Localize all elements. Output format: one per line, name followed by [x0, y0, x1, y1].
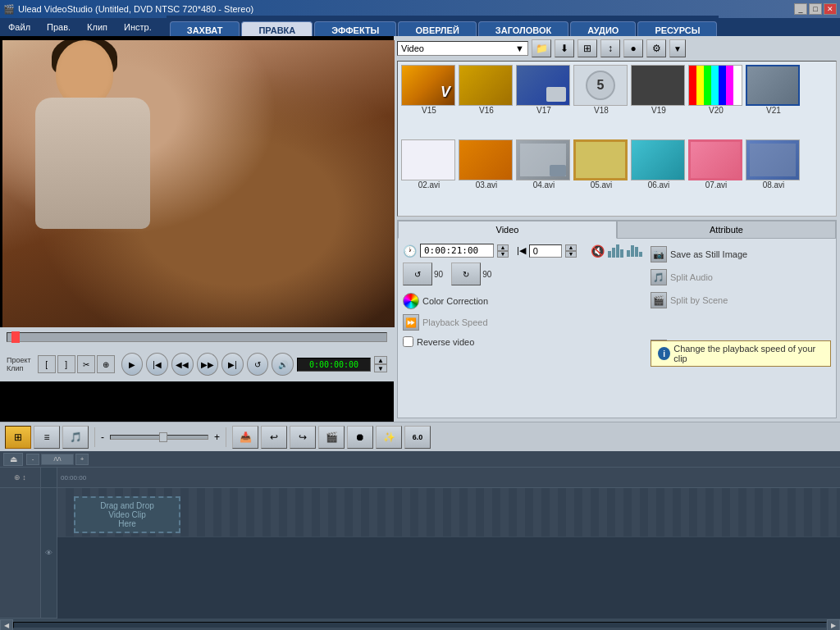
timeline-zoom-out[interactable]: -	[26, 454, 39, 465]
scroll-left-button[interactable]: ◀	[0, 619, 13, 630]
fx-button[interactable]: ✨	[376, 426, 402, 449]
figure-head	[56, 40, 113, 106]
scroll-right-button[interactable]: ▶	[827, 619, 840, 630]
minimize-button[interactable]: _	[794, 3, 807, 15]
thumb-label-06avi: 06.avi	[631, 180, 687, 189]
thumbnails-area: V V15 V16 V17 5 V18	[397, 61, 837, 217]
thumbnail-07avi[interactable]: 07.avi	[688, 139, 744, 212]
app-icon: 🎬	[3, 4, 15, 15]
thumbnail-04avi[interactable]: 04.avi	[516, 139, 572, 212]
thumb-img-07avi	[688, 139, 742, 180]
thumbnail-v21[interactable]: V21	[746, 65, 801, 138]
open-folder-button[interactable]: 📁	[532, 39, 551, 57]
thumbnail-v18[interactable]: 5 V18	[573, 65, 629, 138]
save-still-option[interactable]: 📷 Save as Still Image	[651, 244, 831, 265]
settings-button[interactable]: ⚙	[646, 39, 666, 57]
capture-button[interactable]: ●	[623, 39, 643, 57]
volume-button[interactable]: 🔊	[272, 353, 294, 376]
close-button[interactable]: ✕	[824, 3, 837, 15]
drop-zone[interactable]: Drag and Drop Video Clip Here	[74, 496, 180, 533]
version-button[interactable]: 6.0	[404, 426, 431, 449]
timecode-up[interactable]: ▲	[374, 356, 387, 364]
mark-out-button[interactable]: ]	[57, 355, 75, 373]
repeat-button[interactable]: ↺	[247, 353, 269, 376]
menu-edit[interactable]: Прав.	[42, 21, 75, 34]
timeline-zoom-in[interactable]: +	[75, 454, 89, 465]
mark-in-button[interactable]: [	[38, 355, 56, 373]
audio-bar-4	[620, 249, 623, 258]
thumbnail-v17[interactable]: V17	[516, 65, 572, 138]
thumbnail-v15[interactable]: V V15	[401, 65, 457, 138]
record-button[interactable]: ⏺	[347, 426, 373, 449]
thumb-img-06avi	[631, 139, 685, 180]
color-correction-label: Color Correction	[422, 296, 488, 306]
thumbnail-05avi[interactable]: 05.avi	[573, 139, 629, 212]
video-track-eye[interactable]: 👁	[41, 488, 57, 619]
expand-button[interactable]: ⊕	[97, 355, 115, 373]
redo-button[interactable]: ↪	[290, 426, 316, 449]
library-dropdown[interactable]: Video ▼	[397, 41, 528, 56]
zoom-slider[interactable]	[110, 435, 208, 440]
menu-tools[interactable]: Инстр.	[119, 21, 157, 34]
view-toggle-button[interactable]: ⊞	[578, 39, 597, 57]
play-button[interactable]: ▶	[121, 353, 144, 376]
thumbnail-03avi[interactable]: 03.avi	[459, 139, 514, 212]
expand-library-button[interactable]: ▼	[669, 39, 686, 57]
menu-clip[interactable]: Клип	[82, 21, 112, 34]
clip-label: Клип	[7, 364, 31, 372]
playback-speed-option[interactable]: ⏩ Playback Speed	[403, 312, 642, 333]
thumbnail-v19[interactable]: V19	[631, 65, 687, 138]
timecode-decrement[interactable]: ▼	[497, 251, 509, 258]
menu-file[interactable]: Файл	[3, 21, 35, 34]
timecode-down[interactable]: ▼	[374, 364, 387, 372]
video-progress-bar[interactable]	[7, 332, 387, 342]
frame-input[interactable]	[529, 244, 562, 258]
split-audio-option[interactable]: 🎵 Split Audio	[651, 267, 831, 288]
thumb-label-v19: V19	[631, 106, 687, 115]
undo-button[interactable]: ↩	[261, 426, 287, 449]
speed-icon: ⏩	[403, 314, 419, 331]
audio-view-button[interactable]: 🎵	[62, 426, 89, 449]
window-controls: _ □ ✕	[794, 3, 837, 15]
eject-button[interactable]: ⏏	[3, 453, 23, 466]
cut-button[interactable]: ✂	[77, 355, 95, 373]
timecode-input[interactable]	[420, 244, 494, 258]
insert-media-button[interactable]: 📥	[232, 426, 258, 449]
thumbnail-06avi[interactable]: 06.avi	[631, 139, 687, 212]
timeline-view-button[interactable]: ≡	[34, 426, 60, 449]
storyboard-view-button[interactable]: ⊞	[5, 426, 31, 449]
tooltip: i Change the playback speed of your clip	[651, 340, 831, 367]
maximize-button[interactable]: □	[809, 3, 822, 15]
rotate-left-button[interactable]: ↺	[403, 262, 432, 285]
frame-decrement[interactable]: ▼	[565, 251, 577, 258]
import-button[interactable]: ⬇	[555, 39, 574, 57]
to-end-button[interactable]: ▶|	[221, 353, 244, 376]
progress-indicator	[11, 331, 20, 343]
audio-bar-2	[612, 248, 615, 258]
tooltip-text: Change the playback speed of your clip	[673, 344, 824, 363]
bottom-toolbar: ⊞ ≡ 🎵 - + 📥 ↩ ↪ 🎬 ⏺ ✨ 6.0	[0, 422, 840, 451]
timecode-display: 0:00:00:00	[297, 358, 371, 372]
to-start-button[interactable]: |◀	[146, 353, 168, 376]
smart-render-button[interactable]: 🎬	[318, 426, 345, 449]
sort-button[interactable]: ↕	[600, 39, 620, 57]
video-track: Drag and Drop Video Clip Here	[57, 488, 840, 537]
tab-attribute[interactable]: Attribute	[617, 221, 836, 239]
frame-increment[interactable]: ▲	[565, 244, 577, 251]
tab-video[interactable]: Video	[398, 221, 617, 239]
clock-icon: 🕐	[403, 244, 417, 258]
audio-bar-3	[616, 244, 619, 258]
thumbnail-v20[interactable]: V20	[688, 65, 744, 138]
reverse-video-checkbox[interactable]	[403, 336, 413, 347]
rotate-right-button[interactable]: ↻	[451, 262, 481, 285]
split-scene-option[interactable]: 🎬 Split by Scene	[651, 290, 831, 311]
timecode-increment[interactable]: ▲	[497, 244, 509, 251]
thumbnail-02avi[interactable]: 02.avi	[401, 139, 457, 212]
thumbnail-v16[interactable]: V16	[459, 65, 514, 138]
reverse-video-row: Reverse video	[403, 336, 642, 347]
scroll-track[interactable]	[13, 622, 827, 628]
step-forward-button[interactable]: ▶▶	[197, 353, 219, 376]
thumbnail-08avi[interactable]: 08.avi	[746, 139, 801, 212]
mute-icon[interactable]: 🔇	[591, 244, 605, 258]
step-back-button[interactable]: ◀◀	[171, 353, 194, 376]
